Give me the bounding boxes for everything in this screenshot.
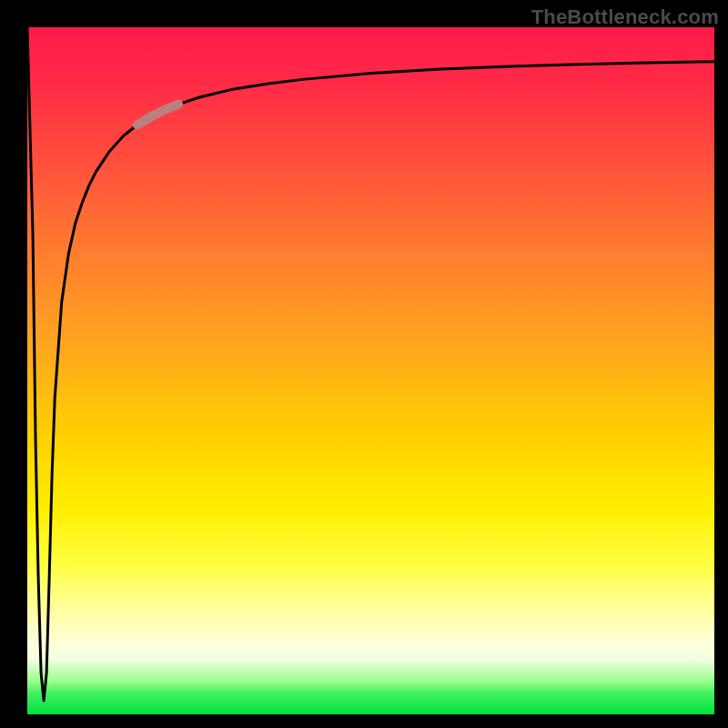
watermark-text: TheBottleneck.com	[531, 5, 719, 29]
curve-svg	[27, 27, 714, 714]
chart-frame: TheBottleneck.com	[0, 0, 728, 728]
bottleneck-curve	[27, 27, 714, 701]
plot-area	[27, 27, 714, 714]
highlight-segment	[137, 105, 178, 126]
